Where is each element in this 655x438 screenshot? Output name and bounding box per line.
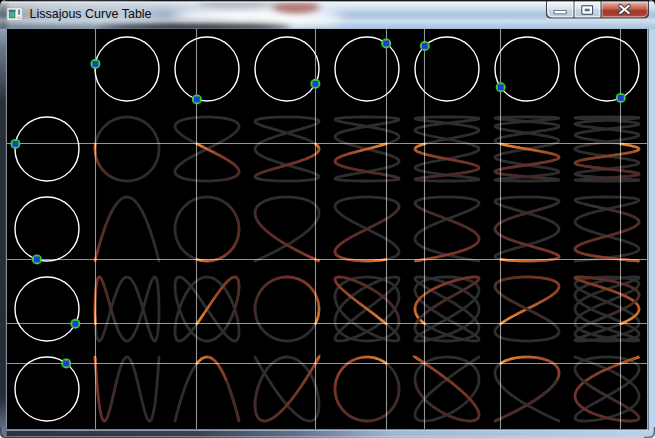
svg-text:Lissajous Curve Table: Lissajous Curve Table xyxy=(30,7,152,21)
